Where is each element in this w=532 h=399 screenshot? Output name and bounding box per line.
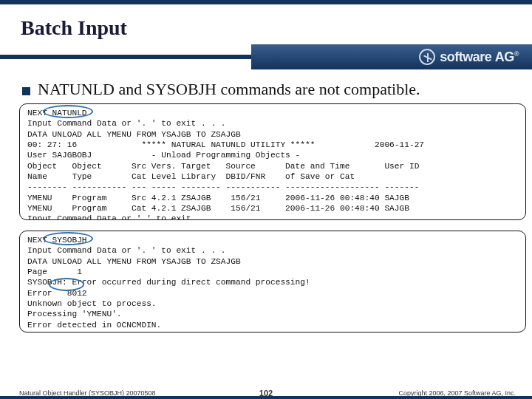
title-bar-left-rule — [0, 55, 251, 59]
top-band — [0, 0, 532, 4]
terminal-box-sysobjh: NEXT SYSOBJH Input Command Data or '. ' … — [19, 231, 526, 332]
slide-title: Batch Input — [21, 16, 127, 40]
title-bar-brand-panel: software AG® — [251, 44, 532, 69]
bullet-square-icon — [22, 87, 30, 95]
bottom-band — [0, 396, 532, 399]
bullet-text: NATUNLD and SYSOBJH commands are not com… — [38, 80, 420, 99]
title-bar: software AG® — [0, 44, 532, 69]
brand-logo-text: software AG® — [440, 50, 519, 65]
brand-logo-icon — [419, 49, 435, 65]
slide: Batch Input software AG® NATUNLD and SYS… — [0, 0, 532, 399]
brand-logo: software AG® — [419, 49, 519, 65]
bullet-row: NATUNLD and SYSOBJH commands are not com… — [22, 80, 517, 99]
terminal-box-natunld: NEXT NATUNLD Input Command Data or '. ' … — [19, 103, 526, 220]
